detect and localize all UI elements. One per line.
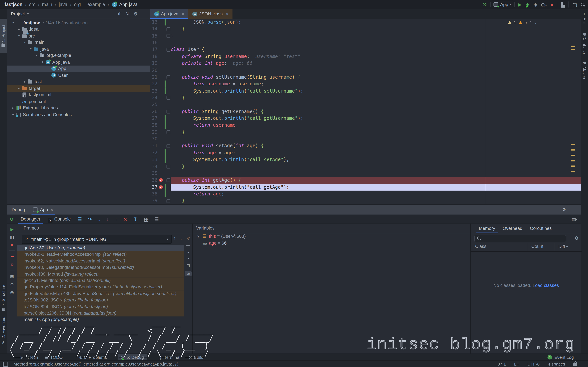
prev-problem-icon[interactable]: ⌃ — [529, 21, 532, 25]
code-text[interactable]: public void setAge(int age) { — [171, 142, 581, 150]
project-panel-title[interactable]: Project — [11, 11, 25, 17]
fold-gutter[interactable] — [166, 33, 171, 39]
breakpoint-gutter[interactable]: ✓ — [157, 184, 164, 191]
rerun-icon[interactable]: ⟳ — [7, 216, 17, 222]
line-number[interactable]: 38 — [150, 191, 157, 197]
tab-json-class[interactable]: C JSON.class ✕ — [188, 9, 233, 19]
close-icon[interactable]: ✕ — [182, 12, 185, 16]
toolwindow-button-6-problems[interactable]: ◉6: Problems — [79, 354, 107, 361]
code-text[interactable]: private int age; age: 66 — [171, 60, 581, 67]
run-configuration-select[interactable]: App ▾ — [490, 1, 515, 8]
error-stripe-mark[interactable] — [571, 155, 575, 156]
breakpoint-gutter[interactable] — [157, 115, 164, 122]
tree-chevron-icon[interactable]: ▾ — [34, 54, 39, 57]
move-up-icon[interactable]: ▲ — [184, 250, 192, 254]
step-into-icon[interactable]: ↓ — [98, 216, 100, 222]
tree-chevron-icon[interactable]: ▾ — [17, 34, 22, 38]
fold-gutter[interactable] — [166, 46, 171, 53]
fold-gutter[interactable] — [166, 108, 171, 115]
tree-chevron-icon[interactable]: ▸ — [17, 28, 22, 31]
fold-marker-icon[interactable] — [166, 27, 170, 31]
toolwindow-button-5-debug[interactable]: Ж5: Debug — [118, 354, 147, 361]
sidebar-item-maven[interactable]: m Maven — [581, 61, 588, 79]
load-classes-link[interactable]: Load classes — [533, 283, 559, 288]
frame-row[interactable]: toJSON:824, JSON (com.alibaba.fastjson) — [17, 304, 184, 310]
error-stripe-mark[interactable] — [571, 49, 575, 50]
line-number[interactable]: 15 — [150, 33, 157, 39]
line-number[interactable]: 25 — [150, 101, 157, 108]
toolwindow-button-4-run[interactable]: ▶4: Run — [21, 354, 38, 361]
evaluate-expression-icon[interactable]: ▦ — [144, 216, 148, 222]
code-text[interactable] — [171, 39, 581, 46]
code-text[interactable]: } — [171, 197, 581, 204]
tree-row-fastjson-iml[interactable]: fastjson.iml — [7, 92, 150, 98]
indent-setting[interactable]: 4 spaces — [548, 362, 565, 366]
fold-gutter[interactable] — [166, 39, 171, 46]
locate-file-icon[interactable]: ⊕ — [118, 11, 121, 17]
breakpoint-icon[interactable]: ✓ — [159, 185, 163, 189]
tree-chevron-icon[interactable]: ▸ — [10, 113, 16, 116]
breakpoint-gutter[interactable] — [157, 101, 164, 108]
fold-marker-icon[interactable] — [166, 130, 170, 134]
tree-row-org-example[interactable]: ▾org.example — [7, 52, 150, 59]
fold-marker-icon[interactable] — [166, 96, 170, 100]
fold-gutter[interactable] — [166, 115, 171, 122]
fold-gutter[interactable] — [166, 81, 171, 87]
frame-row[interactable]: getPropertyValue:114, FieldSerializer (c… — [17, 284, 184, 291]
gear-icon[interactable]: ⚙ — [134, 11, 138, 17]
error-stripe-mark[interactable] — [571, 46, 575, 47]
code-text[interactable]: this.username = username; — [171, 81, 581, 87]
tree-row-user[interactable]: CUser — [7, 72, 150, 78]
code-text[interactable]: public int getAge() { — [171, 177, 581, 184]
line-number[interactable]: 28 — [150, 122, 157, 129]
breakpoint-gutter[interactable] — [157, 67, 164, 74]
tab-debugger[interactable]: Debugger — [17, 215, 44, 224]
breakpoint-gutter[interactable] — [157, 122, 164, 129]
tree-row--idea[interactable]: ▸.idea — [7, 26, 150, 33]
line-number[interactable]: 31 — [150, 142, 157, 150]
toolwindow-button-terminal[interactable]: ❯Terminal — [159, 354, 180, 361]
tree-chevron-icon[interactable]: ▾ — [22, 41, 27, 44]
code-text[interactable]: private String username; username: "test… — [171, 53, 581, 60]
error-stripe-mark[interactable] — [571, 160, 575, 161]
frame-row[interactable]: invoke:62, NativeMethodAccessorImpl (sun… — [17, 258, 184, 264]
breadcrumb-item[interactable]: src — [29, 2, 35, 7]
fold-gutter[interactable] — [166, 136, 171, 142]
line-number[interactable]: 30 — [150, 136, 157, 142]
fold-gutter[interactable] — [166, 53, 171, 60]
line-number[interactable]: 36 — [150, 177, 157, 184]
step-out-icon[interactable]: ↑ — [115, 216, 117, 222]
line-ending[interactable]: LF — [514, 362, 519, 366]
breakpoint-gutter[interactable] — [157, 191, 164, 197]
debug-button[interactable]: Ж — [525, 2, 530, 7]
inspections-widget[interactable]: 1 5 ⌃ ⌄ — [508, 20, 537, 25]
fold-gutter[interactable] — [166, 101, 171, 108]
thread-dump-icon[interactable]: ▣ — [7, 274, 17, 279]
breakpoint-gutter[interactable] — [157, 46, 164, 53]
event-log-button[interactable]: 1Event Log — [548, 354, 574, 361]
variable-row-this[interactable]: ❯ this = {User@608} — [192, 233, 470, 240]
tab-console[interactable]: ❯Console — [44, 215, 75, 224]
run-to-cursor-icon[interactable]: ↧ — [133, 216, 138, 222]
tree-row-java[interactable]: ▾java — [7, 46, 150, 52]
breakpoint-gutter[interactable] — [157, 81, 164, 87]
debug-session-tab[interactable]: App ✕ — [31, 205, 55, 215]
move-down-icon[interactable]: ▼ — [184, 257, 192, 260]
line-number[interactable]: 19 — [150, 60, 157, 67]
next-frame-icon[interactable]: ↓ — [180, 236, 182, 241]
line-number[interactable]: 13 — [150, 19, 157, 25]
fold-marker-icon[interactable] — [166, 178, 170, 182]
gear-icon[interactable]: ⚙ — [562, 207, 566, 212]
line-number[interactable]: 21 — [150, 74, 157, 81]
caret-position[interactable]: 37:1 — [497, 362, 506, 366]
tree-row-test[interactable]: ▸test — [7, 78, 150, 85]
breakpoint-gutter[interactable] — [157, 170, 164, 177]
sidebar-item-database[interactable]: Database — [581, 33, 588, 54]
fold-gutter[interactable] — [166, 163, 171, 170]
code-text[interactable]: } — [171, 25, 581, 33]
view-options-icon[interactable]: ☰ — [155, 216, 159, 222]
thread-selector[interactable]: ✓ "main"@1 in group "main": RUNNING ▾ — [22, 235, 172, 244]
code-text[interactable]: System.out.println("call setUsername"); — [171, 87, 581, 94]
code-editor[interactable]: 13 JSON.parse(json);14 }15}1617class Use… — [150, 19, 581, 204]
error-stripe-mark[interactable] — [571, 150, 575, 150]
